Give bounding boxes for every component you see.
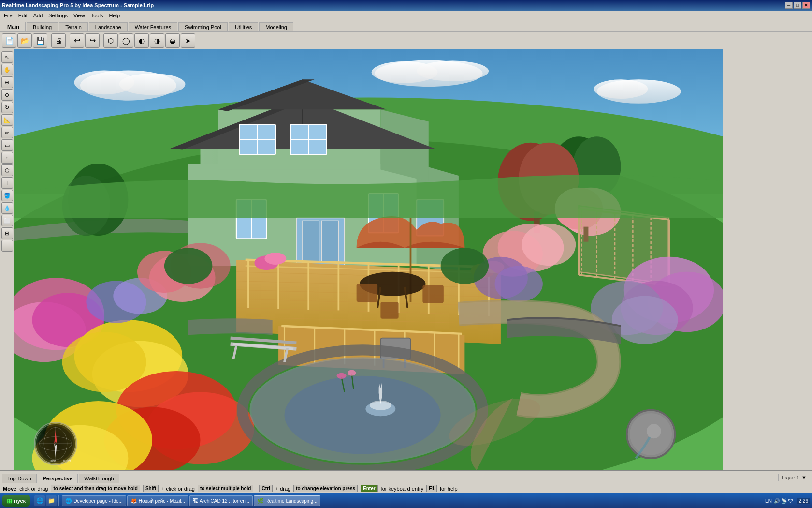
svg-rect-75 bbox=[357, 284, 378, 302]
print-button[interactable]: 🖨 bbox=[51, 33, 66, 48]
tab-building[interactable]: Building bbox=[27, 22, 58, 31]
taskbar-mozil[interactable]: 🦊 Новый рейс - Mozil... bbox=[127, 495, 188, 506]
open-button[interactable]: 📂 bbox=[17, 33, 32, 48]
left-toolbar: ↖ ✋ ⊕ ⊖ ↻ 📐 ✏ ▭ ○ ⬠ T 🪣 💧 ⬜ ⊞ ≡ bbox=[0, 49, 14, 470]
tab-walkthrough[interactable]: Walkthrough bbox=[79, 474, 119, 483]
svg-point-110 bbox=[495, 266, 543, 302]
taskbar-realtime[interactable]: 🌿 Realtime Landscaping... bbox=[254, 495, 320, 506]
save-button[interactable]: 💾 bbox=[33, 33, 47, 48]
taskbar-dev-page[interactable]: 🌐 Developer page - Ide... bbox=[62, 495, 126, 506]
quicklaunch-explorer[interactable]: 📁 bbox=[46, 495, 57, 506]
status-text2: + click or drag bbox=[161, 486, 195, 492]
taskbar-archicad[interactable]: 🏗 ArchiCAD 12 :: torren... bbox=[189, 495, 253, 506]
undo-button[interactable]: ↩ bbox=[70, 33, 84, 48]
redo-button[interactable]: ↪ bbox=[85, 33, 100, 48]
tool-measure[interactable]: 📐 bbox=[1, 114, 13, 126]
tool-select[interactable]: ↖ bbox=[1, 51, 13, 63]
key-shift: Shift bbox=[143, 485, 159, 492]
viewport[interactable]: Orbit Height bbox=[14, 49, 723, 470]
status-text5: for keyboard entry bbox=[381, 486, 424, 492]
status-bar: Move click or drag to select and then dr… bbox=[0, 483, 812, 493]
tool-circle[interactable]: ◯ bbox=[119, 33, 133, 48]
system-tray: EN 🔊 📡 🛡 2:26 bbox=[765, 498, 810, 504]
key-ctrl2: Ctrl bbox=[259, 485, 272, 492]
tool-eyedrop[interactable]: 💧 bbox=[1, 202, 13, 214]
tool-poly[interactable]: ⬠ bbox=[1, 164, 13, 176]
toolbar: 📄 📂 💾 🖨 ↩ ↪ ⬡ ◯ ◐ ◑ ◒ ➤ bbox=[0, 32, 812, 49]
layer-indicator[interactable]: Layer 1 ▼ bbox=[778, 474, 810, 481]
tab-modeling[interactable]: Modeling bbox=[259, 22, 293, 31]
svg-point-120 bbox=[337, 373, 347, 379]
tool-text[interactable]: T bbox=[1, 177, 13, 189]
new-button[interactable]: 📄 bbox=[2, 33, 16, 48]
tool-arrow[interactable]: ➤ bbox=[181, 33, 195, 48]
menu-settings[interactable]: Settings bbox=[45, 12, 71, 19]
tab-bar: Main Building Terrain Landscape Water Fe… bbox=[0, 20, 812, 32]
tab-top-down[interactable]: Top-Down bbox=[2, 474, 37, 483]
tab-utilities[interactable]: Utilities bbox=[229, 22, 258, 31]
close-button[interactable]: ✕ bbox=[802, 2, 810, 9]
key-f1: F1 bbox=[426, 485, 437, 492]
svg-point-118 bbox=[370, 401, 392, 410]
status-text4: + drag bbox=[276, 486, 291, 492]
svg-point-122 bbox=[348, 370, 356, 375]
key-enter: Enter bbox=[361, 485, 378, 492]
tool-grid-toggle[interactable]: ⊞ bbox=[1, 227, 13, 239]
menu-add[interactable]: Add bbox=[30, 12, 46, 19]
key-ctrl: to select multiple hold bbox=[198, 485, 254, 492]
menu-view[interactable]: View bbox=[71, 12, 88, 19]
svg-point-8 bbox=[594, 79, 648, 99]
svg-text:Orbit: Orbit bbox=[49, 459, 56, 463]
tray-time: 2:26 bbox=[797, 498, 810, 504]
tool-zoom-in[interactable]: ⊕ bbox=[1, 76, 13, 88]
tool-fill[interactable]: ◐ bbox=[134, 33, 149, 48]
tool-layer-mgr[interactable]: ≡ bbox=[1, 240, 13, 252]
menu-file[interactable]: File bbox=[1, 12, 15, 19]
menu-tools[interactable]: Tools bbox=[88, 12, 106, 19]
tool-paint-bucket[interactable]: 🪣 bbox=[1, 190, 13, 201]
start-button[interactable]: ⊞ пуск bbox=[2, 495, 30, 507]
svg-rect-45 bbox=[322, 221, 339, 263]
tool-rect[interactable]: ▭ bbox=[1, 139, 13, 151]
tab-main[interactable]: Main bbox=[1, 22, 26, 31]
svg-rect-77 bbox=[380, 302, 398, 319]
tool-draw[interactable]: ✏ bbox=[1, 127, 13, 138]
svg-point-82 bbox=[264, 253, 286, 265]
tool-erase[interactable]: ⬜ bbox=[1, 215, 13, 226]
svg-rect-44 bbox=[303, 221, 319, 263]
tab-perspective[interactable]: Perspective bbox=[38, 474, 78, 483]
tab-swimming-pool[interactable]: Swimming Pool bbox=[178, 22, 228, 31]
quicklaunch-ie[interactable]: 🌐 bbox=[34, 495, 45, 506]
window-title: Realtime Landscaping Pro 5 by Idea Spect… bbox=[2, 2, 154, 8]
tool-oval[interactable]: ○ bbox=[1, 152, 13, 164]
svg-text:Height: Height bbox=[61, 459, 71, 463]
3d-scene bbox=[14, 49, 723, 470]
title-bar: Realtime Landscaping Pro 5 by Idea Spect… bbox=[0, 0, 812, 11]
menu-edit[interactable]: Edit bbox=[15, 12, 30, 19]
tool-half[interactable]: ◒ bbox=[165, 33, 180, 48]
status-action: Move bbox=[3, 486, 16, 492]
tool-zoom-out[interactable]: ⊖ bbox=[1, 89, 13, 101]
tool-hexagon[interactable]: ⬡ bbox=[103, 33, 118, 48]
tray-lang: EN bbox=[765, 498, 772, 504]
tool-pan[interactable]: ✋ bbox=[1, 64, 13, 75]
svg-point-6 bbox=[417, 61, 489, 81]
maximize-button[interactable]: □ bbox=[794, 2, 801, 9]
svg-rect-76 bbox=[422, 285, 444, 303]
tab-terrain[interactable]: Terrain bbox=[59, 22, 88, 31]
menu-help[interactable]: Help bbox=[106, 12, 123, 19]
svg-point-111 bbox=[164, 248, 212, 284]
status-key-ctrl: to select and then drag to move hold bbox=[51, 485, 140, 492]
menu-bar: File Edit Add Settings View Tools Help bbox=[0, 11, 812, 20]
svg-point-3 bbox=[119, 74, 186, 95]
compass-widget[interactable]: Orbit Height bbox=[34, 422, 77, 465]
tool-gradient[interactable]: ◑ bbox=[150, 33, 164, 48]
right-panel bbox=[723, 49, 812, 470]
svg-point-112 bbox=[441, 248, 489, 284]
minimize-button[interactable]: ─ bbox=[785, 2, 793, 9]
tab-landscape[interactable]: Landscape bbox=[89, 22, 128, 31]
tab-water-features[interactable]: Water Features bbox=[129, 22, 177, 31]
tool-rotate-view[interactable]: ↻ bbox=[1, 102, 13, 113]
tray-icons: 🔊 📡 🛡 bbox=[774, 498, 793, 504]
svg-point-108 bbox=[522, 224, 576, 266]
